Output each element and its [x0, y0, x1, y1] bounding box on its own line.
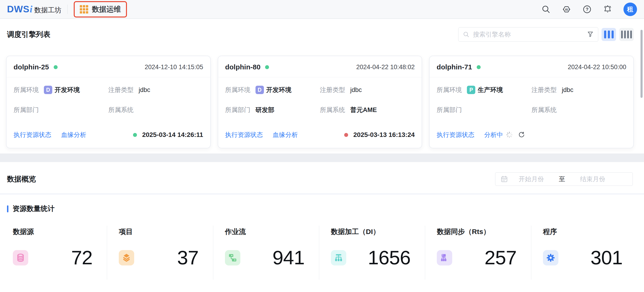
env-value: 生产环境 [478, 86, 503, 94]
data-overview-section: 数据概览 至 资源数量统计 数据源 [0, 162, 644, 292]
engine-cards-row: dolphin-25 2024-12-10 14:15:05 所属环境D开发环境… [0, 56, 644, 148]
resource-stats-title: 资源数量统计 [12, 204, 54, 214]
engine-name: dolphin-80 [225, 63, 261, 71]
avatar-initial: 租 [627, 5, 634, 13]
nav-actions: AI ? 租 [541, 2, 637, 16]
dept-label: 所属部门 [436, 106, 462, 114]
engine-card-dolphin-71: dolphin-71 2024-04-22 10:50:00 所属环境P生产环境… [429, 56, 634, 148]
nav-divider [68, 5, 68, 14]
sync-tree-icon [437, 250, 452, 266]
env-badge: D [256, 86, 264, 94]
stat-value: 72 [71, 246, 92, 269]
stat-value: 301 [590, 246, 622, 269]
engine-name: dolphin-71 [436, 63, 472, 71]
engine-card-dolphin-80: dolphin-80 2024-04-22 10:48:02 所属环境D开发环境… [218, 56, 422, 148]
engine-created-time: 2024-12-10 14:15:05 [145, 64, 203, 71]
env-label: 所属环境 [436, 86, 462, 94]
top-nav: DWSi 数据工坊 数据运维 AI ? 租 [0, 0, 644, 19]
stat-label: 数据源 [13, 227, 107, 237]
database-icon [13, 250, 28, 266]
stat-project: 项目 37 [107, 226, 213, 280]
vertical-scrollbar-thumb[interactable] [640, 30, 642, 98]
start-month-input[interactable] [508, 175, 555, 183]
resource-stats-row: 数据源 72 项目 [7, 226, 637, 280]
sys-label: 所属系统 [320, 106, 345, 114]
stat-value: 1656 [368, 246, 410, 269]
dept-value: 研发部 [256, 106, 274, 114]
stat-data-sync-rts: 数据同步（Rts） 257 [425, 226, 531, 280]
engine-status-dot [265, 65, 269, 69]
stat-value: 941 [272, 246, 304, 269]
env-label: 所属环境 [14, 86, 39, 94]
reg-type-label: 注册类型 [320, 86, 345, 94]
column-view-toggle[interactable] [619, 28, 634, 41]
engine-created-time: 2024-04-22 10:50:00 [568, 64, 626, 71]
logo-text: DWS [7, 4, 30, 14]
date-range-separator: 至 [559, 175, 565, 183]
reg-type-label: 注册类型 [532, 86, 557, 94]
engine-status-dot [54, 65, 58, 69]
layers-icon [119, 250, 134, 266]
workflow-icon [225, 250, 240, 266]
engine-created-time: 2024-04-22 10:48:02 [356, 64, 415, 71]
sys-label: 所属系统 [532, 106, 557, 114]
reg-type-value: jdbc [138, 86, 150, 94]
end-month-input[interactable] [569, 175, 616, 183]
engine-status-dot [477, 65, 481, 69]
search-input-icon [463, 31, 470, 38]
filter-funnel-icon[interactable] [587, 31, 594, 38]
engine-list-section: 调度引擎列表 dolphin-25 2024-12-10 14:15:05 [0, 19, 644, 153]
reg-type-value: jdbc [562, 86, 574, 94]
card-view-toggle[interactable] [602, 28, 616, 41]
analyzing-label: 分析中 [484, 131, 503, 139]
section-divider [0, 194, 644, 194]
exec-resource-link[interactable]: 执行资源状态 [436, 131, 474, 139]
gear-icon [543, 250, 558, 266]
status-check-time: 2025-03-13 16:13:24 [353, 131, 415, 139]
engine-search-input[interactable] [473, 31, 584, 38]
svg-text:?: ? [586, 7, 588, 12]
stat-program: 程序 301 [531, 226, 637, 280]
reg-type-value: jdbc [350, 86, 362, 94]
module-tab-data-ops[interactable]: 数据运维 [74, 1, 127, 17]
app-logo: DWSi 数据工坊 [7, 3, 61, 15]
status-check-time: 2025-03-14 14:26:11 [142, 131, 203, 139]
engine-card-dolphin-25: dolphin-25 2024-12-10 14:15:05 所属环境D开发环境… [6, 56, 211, 148]
dept-label: 所属部门 [14, 106, 39, 114]
engine-name: dolphin-25 [14, 63, 49, 71]
dept-label: 所属部门 [225, 106, 250, 114]
loading-spinner-icon [506, 131, 513, 138]
stat-label: 作业流 [225, 227, 319, 237]
stat-value: 257 [484, 246, 516, 269]
overview-title: 数据概览 [7, 174, 36, 184]
month-range-picker[interactable]: 至 [495, 172, 633, 186]
notifications-bell-icon[interactable] [603, 5, 612, 14]
stat-label: 程序 [543, 227, 637, 237]
lineage-link[interactable]: 血缘分析 [273, 131, 298, 139]
etl-tree-icon [331, 250, 346, 266]
env-value: 开发环境 [54, 86, 80, 94]
env-value: 开发环境 [266, 86, 292, 94]
ai-assistant-icon[interactable]: AI [562, 5, 571, 14]
sys-value: 普元AME [350, 106, 377, 114]
lineage-link[interactable]: 血缘分析 [61, 131, 86, 139]
calendar-icon [500, 175, 508, 183]
refresh-status-button[interactable] [518, 131, 525, 138]
check-status-dot [344, 133, 348, 137]
stat-label: 数据同步（Rts） [437, 227, 531, 237]
stat-label: 项目 [119, 227, 213, 237]
help-icon[interactable]: ? [582, 5, 592, 14]
logo-i-glyph: i [30, 3, 32, 15]
stat-label: 数据加工（DI） [331, 227, 425, 237]
user-avatar[interactable]: 租 [624, 2, 637, 16]
engine-search-box [458, 27, 598, 42]
svg-text:AI: AI [565, 7, 568, 11]
exec-resource-link[interactable]: 执行资源状态 [14, 131, 51, 139]
module-grid-icon [80, 5, 88, 13]
env-badge: P [467, 86, 475, 94]
reg-type-label: 注册类型 [108, 86, 134, 94]
stat-data-processing-di: 数据加工（DI） 1656 [319, 226, 425, 280]
search-icon[interactable] [541, 5, 551, 14]
exec-resource-link[interactable]: 执行资源状态 [225, 131, 263, 139]
module-tab-label: 数据运维 [92, 4, 121, 14]
